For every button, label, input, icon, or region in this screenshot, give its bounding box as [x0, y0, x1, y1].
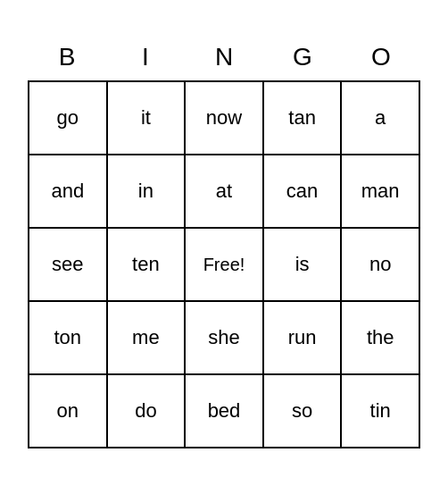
bingo-cell[interactable]: in	[108, 155, 187, 227]
bingo-cell[interactable]: and	[29, 155, 108, 227]
bingo-cell[interactable]: man	[342, 155, 419, 227]
bingo-row: seetenFree!isno	[29, 229, 419, 302]
bingo-cell[interactable]: run	[264, 302, 343, 373]
bingo-cell[interactable]: ten	[108, 229, 187, 300]
bingo-cell[interactable]: see	[29, 229, 108, 300]
bingo-cell[interactable]: no	[342, 229, 419, 300]
header-letter: N	[185, 38, 263, 77]
header-letter: O	[342, 38, 420, 77]
bingo-cell[interactable]: is	[264, 229, 343, 300]
bingo-row: andinatcanman	[29, 155, 419, 229]
bingo-cell[interactable]: it	[108, 82, 187, 154]
bingo-cell[interactable]: she	[186, 302, 264, 373]
bingo-board: BINGO goitnowtanaandinatcanmanseetenFree…	[28, 38, 420, 448]
bingo-cell[interactable]: tin	[342, 375, 419, 447]
header-letter: G	[263, 38, 342, 77]
bingo-cell[interactable]: so	[264, 375, 343, 447]
header-letter: B	[28, 38, 106, 77]
bingo-cell[interactable]: now	[186, 82, 264, 154]
bingo-cell[interactable]: a	[342, 82, 419, 154]
bingo-cell[interactable]: the	[342, 302, 419, 373]
bingo-cell[interactable]: ton	[29, 302, 108, 373]
bingo-cell[interactable]: bed	[186, 375, 264, 447]
bingo-header: BINGO	[28, 38, 420, 77]
bingo-cell[interactable]: go	[29, 82, 108, 154]
bingo-cell[interactable]: do	[108, 375, 187, 447]
bingo-cell[interactable]: me	[108, 302, 187, 373]
header-letter: I	[106, 38, 185, 77]
bingo-cell[interactable]: tan	[264, 82, 343, 154]
bingo-row: tonmesherunthe	[29, 302, 419, 375]
bingo-row: goitnowtana	[29, 82, 419, 155]
bingo-grid: goitnowtanaandinatcanmanseetenFree!isnot…	[28, 80, 420, 448]
bingo-row: ondobedsotin	[29, 375, 419, 447]
free-space[interactable]: Free!	[186, 229, 264, 300]
bingo-cell[interactable]: on	[29, 375, 108, 447]
bingo-cell[interactable]: at	[186, 155, 264, 227]
bingo-cell[interactable]: can	[264, 155, 343, 227]
